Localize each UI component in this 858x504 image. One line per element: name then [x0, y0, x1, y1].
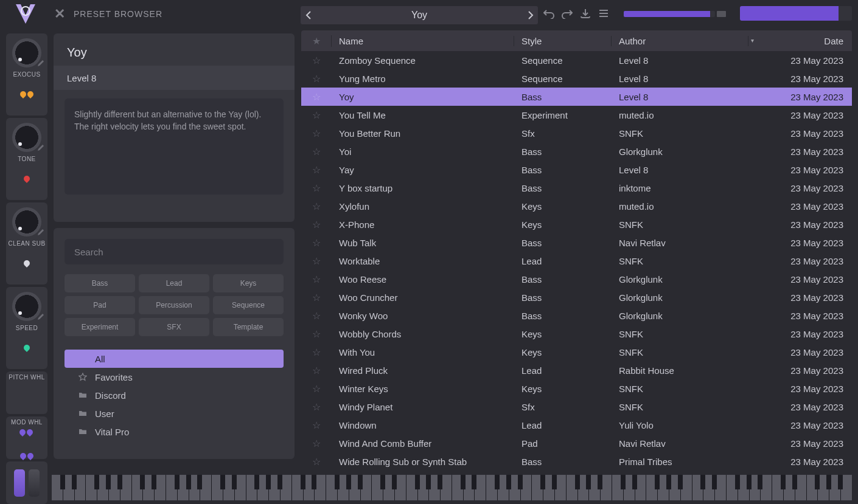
piano-key-black[interactable]	[197, 475, 202, 489]
app-logo-icon[interactable]	[0, 0, 51, 27]
column-author[interactable]: Author	[612, 36, 748, 46]
pencil-icon[interactable]	[37, 312, 45, 321]
piano-key-black[interactable]	[735, 475, 740, 489]
pencil-icon[interactable]	[37, 228, 45, 236]
piano-key-black[interactable]	[117, 475, 122, 489]
close-icon[interactable]: ✕	[51, 5, 69, 23]
piano-key-white[interactable]	[486, 475, 497, 500]
piano-key-black[interactable]	[175, 475, 180, 489]
star-icon[interactable]: ☆	[312, 109, 321, 121]
table-row[interactable]: ☆X-PhoneKeysSNFK23 May 2023	[301, 215, 852, 233]
table-row[interactable]: ☆Wobbly ChordsKeysSNFK23 May 2023	[301, 325, 852, 343]
piano-key-black[interactable]	[140, 475, 145, 489]
menu-icon[interactable]	[596, 6, 611, 21]
piano-key-black[interactable]	[415, 475, 420, 489]
mod-wheel[interactable]	[29, 469, 40, 497]
piano-key-white[interactable]	[452, 475, 463, 500]
tag-sfx[interactable]: SFX	[139, 318, 209, 336]
piano-key-black[interactable]	[598, 475, 602, 489]
piano-key-black[interactable]	[186, 475, 191, 489]
tag-template[interactable]: Template	[213, 318, 284, 336]
star-icon[interactable]: ☆	[312, 419, 321, 431]
table-row[interactable]: ☆Winter KeysKeysSNFK23 May 2023	[301, 379, 852, 398]
piano-key-black[interactable]	[826, 475, 831, 489]
prev-preset-button[interactable]	[301, 6, 316, 24]
table-row[interactable]: ☆Woo CruncherBassGlorkglunk23 May 2023	[301, 288, 852, 306]
piano-key-black[interactable]	[358, 475, 363, 489]
piano-key-black[interactable]	[781, 475, 786, 489]
piano-key-white[interactable]	[406, 475, 417, 500]
piano-key-white[interactable]	[646, 475, 657, 500]
table-row[interactable]: ☆YoyBassLevel 823 May 2023	[301, 88, 852, 106]
piano-key-black[interactable]	[426, 475, 431, 489]
tag-keys[interactable]: Keys	[213, 274, 284, 292]
table-row[interactable]: ☆Woo ReeseBassGlorkglunk23 May 2023	[301, 270, 852, 288]
piano-key-black[interactable]	[552, 475, 557, 489]
piano-key-black[interactable]	[815, 475, 820, 489]
piano-key-black[interactable]	[586, 475, 591, 489]
table-row[interactable]: ☆Wind And Comb BufferPadNavi Retlav23 Ma…	[301, 434, 852, 452]
tag-bass[interactable]: Bass	[65, 274, 135, 292]
table-row[interactable]: ☆With YouKeysSNFK23 May 2023	[301, 343, 852, 361]
table-row[interactable]: ☆XylofunKeysmuted.io23 May 2023	[301, 197, 852, 215]
piano-key-white[interactable]	[52, 475, 63, 500]
column-date[interactable]: ▾Date	[748, 36, 852, 46]
piano-key-black[interactable]	[666, 475, 671, 489]
pitch-wheel[interactable]	[14, 469, 25, 497]
star-icon[interactable]: ☆	[312, 347, 321, 358]
piano-key-black[interactable]	[380, 475, 385, 489]
piano-key-black[interactable]	[94, 475, 99, 489]
piano-key-black[interactable]	[655, 475, 660, 489]
star-icon[interactable]: ☆	[312, 237, 321, 249]
piano-key-white[interactable]	[727, 475, 738, 500]
star-icon[interactable]: ☆	[312, 201, 321, 212]
table-row[interactable]: ☆Wonky WooBassGlorkglunk23 May 2023	[301, 306, 852, 325]
piano-key-black[interactable]	[60, 475, 65, 489]
star-icon[interactable]: ☆	[312, 401, 321, 413]
undo-icon[interactable]	[542, 6, 556, 21]
table-row[interactable]: ☆Wide Rolling Sub or Synth StabBassPrima…	[301, 452, 852, 471]
piano-key-black[interactable]	[438, 475, 442, 489]
table-row[interactable]: ☆Y box startupBassinktome23 May 2023	[301, 179, 852, 197]
tag-experiment[interactable]: Experiment	[65, 318, 135, 336]
search-input[interactable]	[65, 239, 284, 264]
piano-key-black[interactable]	[301, 475, 305, 489]
piano-key-black[interactable]	[575, 475, 580, 489]
redo-icon[interactable]	[560, 6, 574, 21]
star-icon[interactable]: ☆	[312, 219, 321, 230]
piano-key-white[interactable]	[212, 475, 223, 500]
table-row[interactable]: ☆Windy PlanetSfxSNFK23 May 2023	[301, 398, 852, 416]
folder-vital-pro[interactable]: Vital Pro	[65, 423, 284, 441]
tag-sequence[interactable]: Sequence	[213, 296, 284, 314]
table-row[interactable]: ☆WorktableLeadSNFK23 May 2023	[301, 252, 852, 270]
piano-key-black[interactable]	[518, 475, 523, 489]
folder-favorites[interactable]: Favorites	[65, 368, 284, 386]
piano-key-black[interactable]	[152, 475, 156, 489]
piano-key-black[interactable]	[232, 475, 237, 489]
piano-key-black[interactable]	[838, 475, 843, 489]
star-icon[interactable]: ☆	[312, 292, 321, 303]
piano-key-black[interactable]	[335, 475, 340, 489]
star-icon[interactable]: ☆	[312, 91, 321, 103]
folder-user[interactable]: User	[65, 404, 284, 423]
piano-key-black[interactable]	[254, 475, 259, 489]
piano-key-black[interactable]	[495, 475, 500, 489]
star-icon[interactable]: ☆	[312, 255, 321, 267]
star-icon[interactable]: ☆	[312, 310, 321, 322]
master-volume-slider[interactable]	[740, 6, 852, 21]
piano-key-black[interactable]	[621, 475, 626, 489]
pencil-icon[interactable]	[37, 59, 45, 67]
star-icon[interactable]: ☆	[312, 164, 321, 176]
piano-key-white[interactable]	[807, 475, 818, 500]
star-icon[interactable]: ☆	[312, 456, 321, 468]
piano-key-black[interactable]	[461, 475, 466, 489]
folder-all[interactable]: All	[65, 350, 284, 368]
piano-key-white[interactable]	[567, 475, 577, 500]
piano-key-black[interactable]	[277, 475, 282, 489]
piano-key-black[interactable]	[220, 475, 225, 489]
star-icon[interactable]: ☆	[312, 365, 321, 376]
piano-key-black[interactable]	[540, 475, 545, 489]
piano-key-black[interactable]	[312, 475, 316, 489]
download-icon[interactable]	[578, 6, 593, 21]
star-icon[interactable]: ☆	[312, 328, 321, 340]
